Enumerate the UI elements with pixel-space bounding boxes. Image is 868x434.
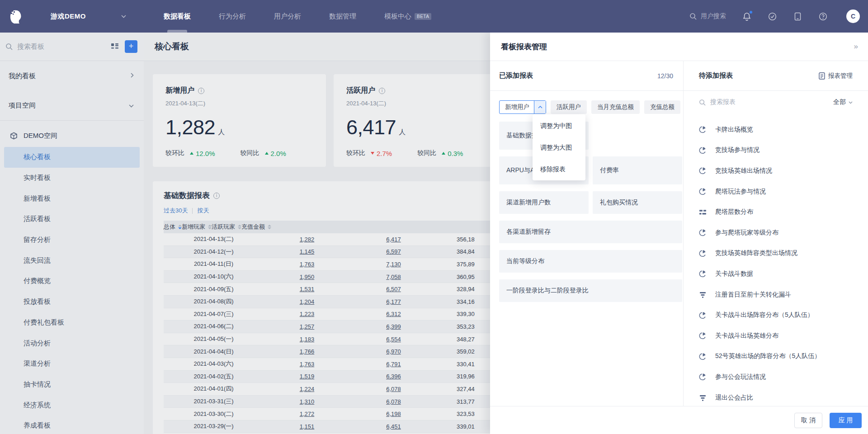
report-search-row: 搜索报表 全部 [684,91,868,113]
available-report-item[interactable]: 关卡战斗出场阵容分布（5人队伍） [699,305,868,326]
pie-chart-icon [699,167,707,175]
nav-tab-label: 用户分析 [274,12,301,21]
available-report-item[interactable]: 注册首日至前十关转化漏斗 [699,284,868,305]
report-chip[interactable]: 当月充值总额 [591,100,640,114]
context-menu-item[interactable]: 调整为大图 [533,137,585,158]
bar-chart-icon [699,208,707,216]
report-search-input[interactable]: 搜索报表 [710,98,833,106]
report-type-icon [699,167,707,175]
report-type-icon [699,353,707,360]
pie-chart-icon [699,126,707,133]
avatar[interactable]: C [846,9,860,23]
available-report-item[interactable]: 退出公会占比 [699,387,868,408]
check-circle-icon[interactable] [768,12,777,21]
pie-chart-icon [699,146,707,154]
available-report-item[interactable]: 爬塔层数分布 [699,202,868,222]
report-item-label: 竞技场英雄出场情况 [715,167,772,175]
user-search[interactable]: 用户搜索 [689,12,726,20]
report-item-label: 爬塔玩法参与情况 [715,188,766,196]
available-report-item[interactable]: 参与爬塔玩家等级分布 [699,222,868,243]
nav-tab[interactable]: 模板中心 BETA [370,0,445,33]
available-report-item[interactable]: 爬塔玩法参与情况 [699,181,868,202]
chip-label: 新增用户 [505,103,529,111]
nav-tab-label: 数据看板 [164,12,191,21]
context-menu-item[interactable]: 移除报表 [533,158,585,180]
report-type-icon [699,250,707,257]
tile-label: 各渠道新增留存 [506,228,551,236]
report-tile[interactable]: 各渠道新增留存 [499,221,682,243]
available-report-item[interactable]: 关卡战斗数据 [699,264,868,284]
chevron-up-icon[interactable] [534,101,546,113]
available-report-item[interactable]: 卡牌出场概览 [699,119,868,140]
report-chip[interactable]: 活跃用户 [551,100,587,114]
beta-badge: BETA [415,13,431,20]
nav-tab[interactable]: 用户分析 [260,0,315,33]
nav-tab-label: 模板中心 [384,12,411,21]
chip-label: 当月充值总额 [597,103,634,111]
report-tile[interactable]: 一阶段登录比与二阶段登录比 [499,279,682,302]
drawer-overlay-mask[interactable] [0,33,490,434]
pie-chart-icon [699,373,707,381]
added-reports-count: 12/30 [657,72,673,80]
pie-chart-icon [699,353,707,360]
report-manager-drawer: 看板报表管理 » 已添加报表 12/30 新增用户 [490,33,868,434]
app-logo-icon[interactable] [7,8,24,25]
drawer-title: 看板报表管理 [501,42,854,52]
report-type-icon [699,208,707,216]
report-item-label: 关卡战斗出场阵容分布（5人队伍） [715,311,814,319]
pie-chart-icon [699,311,707,319]
nav-tab[interactable]: 行为分析 [205,0,260,33]
search-icon [689,13,697,20]
drawer-footer: 取 消 应 用 [490,406,868,434]
report-tile[interactable]: 付费率 [593,156,682,184]
chip-label: 活跃用户 [557,103,581,111]
report-item-label: 关卡战斗数据 [715,270,753,278]
chevron-down-icon[interactable] [121,13,126,19]
report-type-icon [699,188,707,195]
funnel-chart-icon [699,291,707,298]
help-icon[interactable] [818,12,827,21]
available-report-item[interactable]: 52号英雄出场的阵容分布（5人队伍） [699,346,868,367]
pie-chart-icon [699,270,707,278]
navbar-right: 用户搜索 C [689,0,868,33]
funnel-chart-icon [699,394,707,401]
drawer-header: 看板报表管理 » [490,33,868,61]
collapse-drawer-icon[interactable]: » [854,42,857,51]
manage-label: 报表管理 [828,72,853,80]
notification-badge [749,10,753,14]
available-report-item[interactable]: 竞技场参与情况 [699,140,868,161]
pie-chart-icon [699,332,707,340]
category-filter-dropdown[interactable]: 全部 [833,98,846,106]
report-item-label: 卡牌出场概览 [715,126,753,134]
report-chip[interactable]: 充值总额 [644,100,680,114]
report-type-icon [699,291,707,298]
search-icon[interactable] [699,99,706,106]
chip-label: 充值总额 [650,103,675,111]
available-report-item[interactable]: 关卡战斗出场英雄分布 [699,326,868,346]
available-report-item[interactable]: 参与公会玩法情况 [699,367,868,387]
nav-tab[interactable]: 数据管理 [315,0,370,33]
report-type-icon [699,146,707,154]
project-switcher[interactable]: 游戏DEMO [51,12,86,21]
notification-bell-icon[interactable] [742,12,751,21]
nav-tab[interactable]: 数据看板 [150,0,205,33]
available-report-item[interactable]: 竞技场英雄出场情况 [699,160,868,181]
report-type-icon [699,270,707,278]
chip-context-menu: 调整为中图 调整为大图 移除报表 [533,114,585,180]
report-item-label: 参与爬塔玩家等级分布 [715,229,778,237]
report-item-label: 52号英雄出场的阵容分布（5人队伍） [715,352,821,360]
cancel-button[interactable]: 取 消 [794,413,822,428]
pie-chart-icon [699,250,707,257]
context-menu-item[interactable]: 调整为中图 [533,115,585,137]
report-tile[interactable]: 渠道新增用户数 [499,191,589,214]
available-report-list: 卡牌出场概览 竞技场参与情况 [699,119,868,408]
apply-button[interactable]: 应 用 [830,413,862,428]
mobile-device-icon[interactable] [793,12,802,21]
report-tile[interactable]: 礼包购买情况 [593,191,682,214]
nav-tab-label: 行为分析 [219,12,246,21]
available-report-item[interactable]: 竞技场英雄阵容类型出场情况 [699,243,868,264]
tile-label: 一阶段登录比与二阶段登录比 [506,287,589,295]
report-manage-link[interactable]: 报表管理 [819,72,853,80]
report-chip[interactable]: 新增用户 [499,100,546,114]
report-tile[interactable]: 当前等级分布 [499,250,682,273]
